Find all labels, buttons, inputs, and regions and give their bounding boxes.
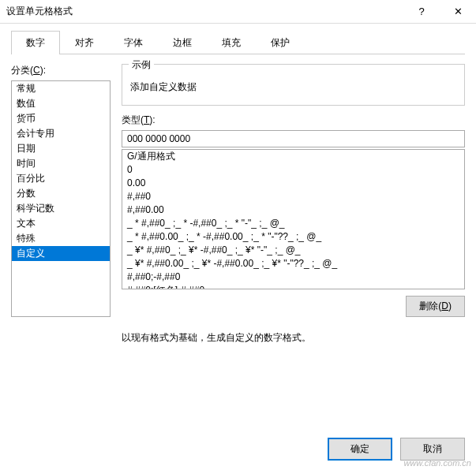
category-item[interactable]: 特殊 bbox=[12, 231, 110, 246]
category-item[interactable]: 时间 bbox=[12, 156, 110, 171]
category-item[interactable]: 常规 bbox=[12, 81, 110, 96]
close-button[interactable]: ✕ bbox=[440, 0, 476, 24]
sample-legend: 示例 bbox=[129, 58, 154, 72]
category-item[interactable]: 百分比 bbox=[12, 171, 110, 186]
titlebar: 设置单元格格式 ? ✕ bbox=[0, 0, 476, 24]
format-item[interactable]: #,##0.00 bbox=[122, 203, 464, 217]
window-controls: ? ✕ bbox=[403, 0, 476, 24]
tab-5[interactable]: 保护 bbox=[256, 31, 305, 54]
category-item[interactable]: 日期 bbox=[12, 141, 110, 156]
format-item[interactable]: G/通用格式 bbox=[122, 150, 464, 163]
tab-bar: 数字对齐字体边框填充保护 bbox=[11, 30, 465, 54]
category-label: 分类(C): bbox=[11, 64, 111, 77]
dialog-content: 数字对齐字体边框填充保护 分类(C): 常规数值货币会计专用日期时间百分比分数科… bbox=[0, 24, 476, 345]
type-input[interactable] bbox=[122, 130, 465, 147]
tab-1[interactable]: 对齐 bbox=[60, 31, 109, 54]
category-item[interactable]: 文本 bbox=[12, 216, 110, 231]
watermark: www.cfan.com.cn bbox=[403, 458, 471, 468]
delete-row: 删除(D) bbox=[122, 296, 465, 317]
window-title: 设置单元格格式 bbox=[6, 5, 403, 18]
type-label: 类型(T): bbox=[122, 114, 465, 127]
format-item[interactable]: 0.00 bbox=[122, 177, 464, 190]
category-item[interactable]: 货币 bbox=[12, 111, 110, 126]
category-item[interactable]: 科学记数 bbox=[12, 201, 110, 216]
format-item[interactable]: #,##0;-#,##0 bbox=[122, 270, 464, 284]
format-list[interactable]: G/通用格式00.00#,##0#,##0.00_ * #,##0_ ;_ * … bbox=[122, 149, 465, 289]
format-item[interactable]: _ ¥* #,##0.00_ ;_ ¥* -#,##0.00_ ;_ ¥* "-… bbox=[122, 257, 464, 270]
left-column: 分类(C): 常规数值货币会计专用日期时间百分比分数科学记数文本特殊自定义 bbox=[11, 64, 111, 345]
sample-box: 示例 添加自定义数据 bbox=[122, 64, 465, 106]
body: 分类(C): 常规数值货币会计专用日期时间百分比分数科学记数文本特殊自定义 示例… bbox=[11, 54, 465, 345]
tab-3[interactable]: 边框 bbox=[158, 31, 207, 54]
category-item[interactable]: 数值 bbox=[12, 96, 110, 111]
format-item[interactable]: #,##0 bbox=[122, 190, 464, 203]
category-item[interactable]: 会计专用 bbox=[12, 126, 110, 141]
cancel-button[interactable]: 取消 bbox=[400, 438, 465, 461]
format-item[interactable]: _ ¥* #,##0_ ;_ ¥* -#,##0_ ;_ ¥* "-"_ ;_ … bbox=[122, 244, 464, 257]
format-item[interactable]: 0 bbox=[122, 163, 464, 177]
tab-0[interactable]: 数字 bbox=[11, 31, 60, 54]
category-item[interactable]: 分数 bbox=[12, 186, 110, 201]
category-item[interactable]: 自定义 bbox=[12, 246, 110, 261]
help-button[interactable]: ? bbox=[403, 0, 440, 24]
format-item[interactable]: _ * #,##0_ ;_ * -#,##0_ ;_ * "-"_ ;_ @_ bbox=[122, 217, 464, 230]
tab-2[interactable]: 字体 bbox=[109, 31, 158, 54]
hint-text: 以现有格式为基础，生成自定义的数字格式。 bbox=[122, 331, 465, 345]
footer: 确定 取消 bbox=[328, 438, 465, 461]
right-column: 示例 添加自定义数据 类型(T): G/通用格式00.00#,##0#,##0.… bbox=[122, 64, 465, 345]
tab-4[interactable]: 填充 bbox=[207, 31, 256, 54]
sample-value: 添加自定义数据 bbox=[130, 81, 197, 92]
delete-button[interactable]: 删除(D) bbox=[406, 296, 465, 317]
format-item[interactable]: #,##0;[红色]-#,##0 bbox=[122, 284, 464, 289]
format-item[interactable]: _ * #,##0.00_ ;_ * -#,##0.00_ ;_ * "-"??… bbox=[122, 230, 464, 244]
ok-button[interactable]: 确定 bbox=[328, 438, 392, 461]
category-list[interactable]: 常规数值货币会计专用日期时间百分比分数科学记数文本特殊自定义 bbox=[11, 80, 111, 317]
